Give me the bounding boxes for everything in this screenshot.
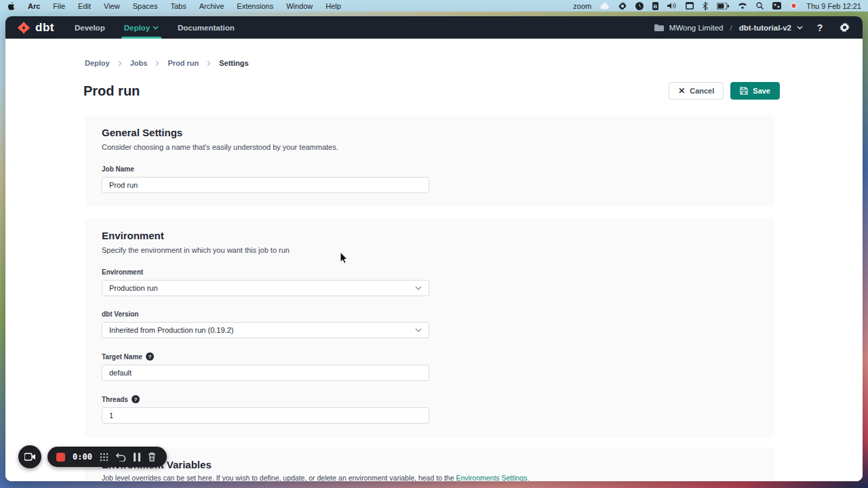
- cloud-icon[interactable]: [600, 3, 610, 9]
- record-indicator-icon[interactable]: [790, 2, 797, 9]
- menu-item-extensions[interactable]: Extensions: [237, 2, 273, 10]
- menu-item-window[interactable]: Window: [286, 2, 313, 10]
- environment-variables-card: Environment Variables Job level override…: [85, 447, 775, 481]
- pause-recording-button[interactable]: [134, 453, 140, 462]
- clock-icon[interactable]: [635, 2, 644, 10]
- drag-handle-icon[interactable]: [100, 453, 108, 462]
- breadcrumb-deploy[interactable]: Deploy: [85, 59, 110, 67]
- page-header: Prod run ✕ Cancel Save: [83, 82, 780, 100]
- dbt-version-select[interactable]: Inherited from Production run (0.19.2): [102, 322, 429, 338]
- dbt-logo[interactable]: dbt: [16, 20, 54, 35]
- recording-timer: 0:00: [73, 452, 92, 462]
- help-circle-icon[interactable]: ?: [132, 395, 140, 403]
- browser-window: dbt Develop Deploy Documentation MWong L…: [5, 16, 863, 481]
- chevron-down-icon[interactable]: [797, 26, 803, 30]
- breadcrumb-jobs[interactable]: Jobs: [130, 59, 148, 67]
- brand-name: dbt: [35, 21, 54, 35]
- nav-develop[interactable]: Develop: [75, 16, 105, 39]
- breadcrumb-chevron-icon: [118, 60, 122, 66]
- threads-label: Threads ?: [102, 395, 758, 403]
- target-name-label: Target Name ?: [102, 352, 758, 361]
- bluetooth-icon[interactable]: [703, 2, 708, 10]
- folder-icon: [654, 24, 664, 31]
- dbt-version-select-label: dbt Version: [102, 310, 758, 318]
- trash-icon: [148, 452, 156, 462]
- menu-item-spaces[interactable]: Spaces: [133, 2, 158, 10]
- environment-variables-title: Environment Variables: [102, 459, 758, 470]
- environment-title: Environment: [102, 230, 758, 241]
- video-camera-icon: [24, 453, 36, 461]
- svg-text:B: B: [654, 3, 658, 9]
- menu-item-tabs[interactable]: Tabs: [170, 2, 186, 10]
- environment-card: Environment Specify the environment in w…: [85, 218, 775, 437]
- menu-item-edit[interactable]: Edit: [78, 2, 91, 10]
- volume-icon[interactable]: [667, 2, 677, 9]
- target-name-input[interactable]: [102, 365, 429, 381]
- menu-item-arc[interactable]: Arc: [28, 2, 40, 10]
- environments-settings-link[interactable]: Environments Settings: [456, 474, 527, 481]
- breadcrumb-prod-run[interactable]: Prod run: [167, 59, 199, 67]
- zoom-app-label[interactable]: zoom: [573, 2, 591, 10]
- chevron-down-icon: [153, 26, 159, 30]
- chevron-down-icon: [415, 286, 422, 290]
- gear-icon: [840, 22, 850, 33]
- close-icon: ✕: [678, 86, 685, 96]
- general-settings-card: General Settings Consider choosing a nam…: [85, 115, 775, 207]
- battery-icon[interactable]: [717, 3, 729, 9]
- account-project-separator: /: [730, 24, 732, 32]
- dbt-navbar: dbt Develop Deploy Documentation MWong L…: [5, 16, 863, 39]
- project-selector[interactable]: dbt-tutorial-v2: [739, 24, 791, 32]
- threads-input[interactable]: [102, 407, 429, 424]
- breadcrumb-chevron-icon: [207, 60, 211, 66]
- nav-documentation[interactable]: Documentation: [178, 16, 235, 39]
- environment-select[interactable]: Production run: [102, 280, 429, 296]
- recorder-toolbar: 0:00: [47, 447, 167, 467]
- calendar-icon[interactable]: [686, 2, 694, 9]
- environment-variables-description: Job level overrides can be set here. If …: [102, 474, 758, 481]
- job-name-label: Job Name: [102, 165, 758, 173]
- control-center-icon[interactable]: [772, 2, 781, 9]
- page-title: Prod run: [83, 83, 140, 99]
- gear-icon[interactable]: [618, 2, 627, 10]
- wifi-icon[interactable]: [738, 3, 747, 9]
- save-disk-icon: [740, 87, 748, 95]
- chevron-down-icon: [415, 328, 422, 332]
- general-settings-subtitle: Consider choosing a name that's easily u…: [102, 143, 758, 151]
- app-b-icon[interactable]: B: [652, 2, 658, 10]
- menu-item-view[interactable]: View: [104, 2, 120, 10]
- search-icon[interactable]: [756, 2, 764, 9]
- restart-recording-button[interactable]: [116, 453, 126, 462]
- menu-item-help[interactable]: Help: [326, 2, 341, 10]
- menu-item-file[interactable]: File: [53, 2, 65, 10]
- breadcrumb: Deploy Jobs Prod run Settings: [85, 59, 863, 67]
- environment-subtitle: Specify the environment in which you wan…: [102, 246, 758, 254]
- recorder-camera-button[interactable]: [18, 445, 41, 468]
- apple-menu-icon[interactable]: [7, 1, 15, 11]
- breadcrumb-settings[interactable]: Settings: [219, 59, 248, 67]
- menu-item-archive[interactable]: Archive: [199, 2, 224, 10]
- macos-menu-bar: Arc File Edit View Spaces Tabs Archive E…: [0, 0, 868, 12]
- settings-gear-button[interactable]: [837, 20, 852, 35]
- pause-icon: [134, 453, 140, 462]
- stop-recording-button[interactable]: [56, 453, 65, 462]
- general-settings-title: General Settings: [102, 127, 758, 138]
- main-content: Deploy Jobs Prod run Settings Prod run ✕…: [5, 39, 863, 481]
- cancel-button[interactable]: ✕ Cancel: [669, 82, 724, 100]
- environment-select-label: Environment: [102, 268, 758, 276]
- discard-recording-button[interactable]: [148, 452, 156, 462]
- dbt-logo-icon: [16, 20, 31, 35]
- help-button[interactable]: ?: [812, 20, 827, 35]
- job-name-input[interactable]: [102, 177, 429, 193]
- help-circle-icon[interactable]: ?: [146, 352, 154, 361]
- breadcrumb-chevron-icon: [155, 60, 159, 66]
- account-name[interactable]: MWong Limited: [669, 24, 724, 32]
- undo-icon: [116, 453, 126, 462]
- save-button[interactable]: Save: [730, 82, 780, 100]
- nav-deploy[interactable]: Deploy: [124, 16, 159, 39]
- menu-bar-clock[interactable]: Thu 9 Feb 12:21: [806, 2, 861, 10]
